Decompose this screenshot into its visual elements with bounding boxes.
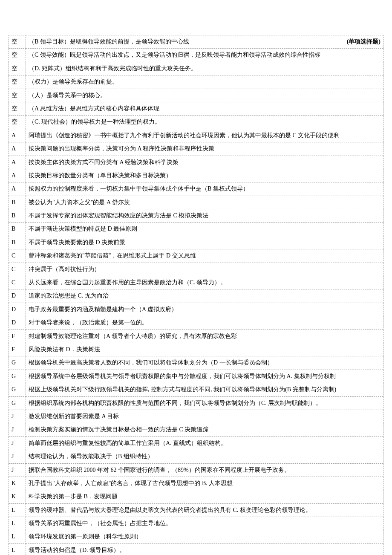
row-key: J bbox=[9, 423, 26, 436]
row-key: D bbox=[9, 289, 26, 303]
table-row: L领导活动的归宿是（D. 领导目标）。 bbox=[9, 543, 383, 555]
row-text: 孔子提出"人存政举，人亡政息"的名言，体现了古代领导思想中的 B. 人本思想 bbox=[26, 477, 383, 490]
row-text: 不属于渐进决策模型的特点是 D 最佳原则 bbox=[26, 223, 383, 236]
row-text: （D. 矩阵式）组织结构有利于高效完成临时性的重大攻关任务。 bbox=[26, 62, 383, 75]
table-row: L领导关系的两重属性中，（社会属性）占据主导地位。 bbox=[9, 517, 383, 530]
table-row: G根据领导机关中最高决策者人数的不同，我们可以将领导体制划分为（D 一长制与委员… bbox=[9, 356, 383, 370]
row-key: 空 bbox=[9, 49, 26, 62]
section-header: (单项选择题) bbox=[347, 37, 380, 46]
row-key: D bbox=[9, 316, 26, 330]
row-text: 按决策目标的数量分类有（单目标决策和多目标决策） bbox=[26, 169, 383, 182]
table-row: 空（A 思维方法）是思维方式的核心内容和具体体现 bbox=[9, 102, 383, 115]
row-text: 从长远来看，在综合国力起重要作用的主导因素是政治力和（C. 领导力）。 bbox=[26, 276, 383, 289]
table-row: 空（B 领导目标）是取得领导效能的前提，是领导效能的中心线(单项选择题) bbox=[9, 35, 383, 49]
row-key: J bbox=[9, 410, 26, 423]
table-row: G根据领导系统中各层级领导机关与领导者职责权限的集中与分散程度，我们可以将领导体… bbox=[9, 370, 383, 383]
row-key: B bbox=[9, 223, 26, 236]
row-text: 激发思维创新的首要因素是 A 目标 bbox=[26, 410, 383, 423]
row-text: 简单而低层的组织与重复性较高的简单工作宜采用（A. 直线式）组织结构。 bbox=[26, 436, 383, 450]
row-key: C bbox=[9, 276, 26, 289]
row-key: 空 bbox=[9, 89, 26, 102]
row-key: F bbox=[9, 330, 26, 343]
row-text: 对于领导者来说，（政治素质）是第一位的。 bbox=[26, 316, 383, 330]
row-key: K bbox=[9, 477, 26, 490]
row-text: （C 领导效能）既是领导活动的出发点，又是领导活动的归宿，是反映领导者能力和领导… bbox=[26, 49, 383, 62]
table-row: C从长远来看，在综合国力起重要作用的主导因素是政治力和（C. 领导力）。 bbox=[9, 276, 383, 289]
table-row: J简单而低层的组织与重复性较高的简单工作宜采用（A. 直线式）组织结构。 bbox=[9, 436, 383, 450]
table-row: 空（C 领导效能）既是领导活动的出发点，又是领导活动的归宿，是反映领导者能力和领… bbox=[9, 49, 383, 62]
row-key: 空 bbox=[9, 116, 26, 129]
row-key: D bbox=[9, 303, 26, 316]
table-row: D道家的政治思想是 C. 无为而治 bbox=[9, 289, 383, 303]
row-text: 领导环境发展的第一原则是（科学性原则） bbox=[26, 530, 383, 543]
table-row: B被公认为"人力资本之父"的是 A 舒尔茨 bbox=[9, 196, 383, 209]
row-key: A bbox=[9, 156, 26, 169]
table-row: A按决策目标的数量分类有（单目标决策和多目标决策） bbox=[9, 169, 383, 182]
row-key: J bbox=[9, 463, 26, 477]
table-row: B不属于领导决策要素的是 D 决策前景 bbox=[9, 236, 383, 249]
table-row: A按决策问题的出现概率分类，决策可分为 A 程序性决策和非程序性决策 bbox=[9, 142, 383, 156]
row-text: （权力）是领导关系存在的前提。 bbox=[26, 75, 383, 89]
question-table: 空（B 领导目标）是取得领导效能的前提，是领导效能的中心线(单项选择题)空（C … bbox=[9, 35, 383, 555]
row-text: （B 领导目标）是取得领导效能的前提，是领导效能的中心线(单项选择题) bbox=[26, 35, 383, 49]
table-row: 空（C. 现代社会）的领导权力是一种法理型的权力。 bbox=[9, 116, 383, 129]
table-row: K孔子提出"人存政举，人亡政息"的名言，体现了古代领导思想中的 B. 人本思想 bbox=[9, 477, 383, 490]
row-key: G bbox=[9, 383, 26, 396]
row-key: G bbox=[9, 396, 26, 410]
row-text: 电子政务最重要的内涵及精髓是建构一个（A 虚拟政府） bbox=[26, 303, 383, 316]
row-key: L bbox=[9, 530, 26, 543]
row-key: L bbox=[9, 503, 26, 517]
row-key: A bbox=[9, 129, 26, 142]
row-key: 空 bbox=[9, 62, 26, 75]
table-row: C曹冲称象和诸葛亮的"草船借箭"，在思维形式上属于 D 交叉思维 bbox=[9, 249, 383, 263]
table-row: J激发思维创新的首要因素是 A 目标 bbox=[9, 410, 383, 423]
row-text: 封建制领导效能理论注重对（A 领导者个人特质）的研究，具有浓厚的宗教色彩 bbox=[26, 330, 383, 343]
row-text: 风险决策法有 D．决策树法 bbox=[26, 343, 383, 356]
row-text: 冲突属于（高对抗性行为） bbox=[26, 263, 383, 276]
row-text: （A 思维方法）是思维方式的核心内容和具体体现 bbox=[26, 102, 383, 115]
row-key: B bbox=[9, 196, 26, 209]
table-row: K科学决策的第一步是 B．发现问题 bbox=[9, 490, 383, 503]
table-row: 空（权力）是领导关系存在的前提。 bbox=[9, 75, 383, 89]
row-key: G bbox=[9, 356, 26, 370]
row-text: 按决策主体的决策方式不同分类有 A 经验决策和科学决策 bbox=[26, 156, 383, 169]
table-row: B不属于发挥专家的团体宏观智能结构效应的决策方法是 C 模拟决策法 bbox=[9, 209, 383, 223]
table-row: J据联合国教科文组织 2000 年对 62 个国家进行的调查，（89%）的国家在… bbox=[9, 463, 383, 477]
row-text: 按照权力的控制程度来看，一切权力集中于领导集体或个体手中是（B 集权式领导） bbox=[26, 182, 383, 196]
row-text: 科学决策的第一步是 B．发现问题 bbox=[26, 490, 383, 503]
row-key: B bbox=[9, 236, 26, 249]
row-key: A bbox=[9, 169, 26, 182]
table-row: B不属于渐进决策模型的特点是 D 最佳原则 bbox=[9, 223, 383, 236]
table-row: F封建制领导效能理论注重对（A 领导者个人特质）的研究，具有浓厚的宗教色彩 bbox=[9, 330, 383, 343]
row-key: C bbox=[9, 263, 26, 276]
row-key: C bbox=[9, 249, 26, 263]
row-text: 被公认为"人力资本之父"的是 A 舒尔茨 bbox=[26, 196, 383, 209]
row-key: A bbox=[9, 142, 26, 156]
row-text: 曹冲称象和诸葛亮的"草船借箭"，在思维形式上属于 D 交叉思维 bbox=[26, 249, 383, 263]
row-key: 空 bbox=[9, 75, 26, 89]
table-row: A按决策主体的决策方式不同分类有 A 经验决策和科学决策 bbox=[9, 156, 383, 169]
row-text: 领导活动的归宿是（D. 领导目标）。 bbox=[26, 543, 383, 555]
table-row: L领导环境发展的第一原则是（科学性原则） bbox=[9, 530, 383, 543]
row-key: L bbox=[9, 543, 26, 555]
row-key: J bbox=[9, 436, 26, 450]
row-text: 根据领导机关中最高决策者人数的不同，我们可以将领导体制划分为（D 一长制与委员会… bbox=[26, 356, 383, 370]
row-text: （C. 现代社会）的领导权力是一种法理型的权力。 bbox=[26, 116, 383, 129]
row-content: （B 领导目标）是取得领导效能的前提，是领导效能的中心线 bbox=[29, 38, 189, 45]
row-key: 空 bbox=[9, 35, 26, 49]
row-text: 结构理论认为，领导效能取决于（B 组织特性） bbox=[26, 450, 383, 463]
table-row: C冲突属于（高对抗性行为） bbox=[9, 263, 383, 276]
row-text: 根据上级领导机关对下级行政领导机关的指挥, 控制方式与程度的不同, 我们可以将领… bbox=[26, 383, 383, 396]
row-text: 不属于发挥专家的团体宏观智能结构效应的决策方法是 C 模拟决策法 bbox=[26, 209, 383, 223]
table-row: J结构理论认为，领导效能取决于（B 组织特性） bbox=[9, 450, 383, 463]
row-key: J bbox=[9, 450, 26, 463]
table-row: 空（D. 矩阵式）组织结构有利于高效完成临时性的重大攻关任务。 bbox=[9, 62, 383, 75]
row-text: 根据组织系统内部各机构的职责权限的性质与范围的不同，我们可以将领导体制划分为（C… bbox=[26, 396, 383, 410]
table-row: G根据组织系统内部各机构的职责权限的性质与范围的不同，我们可以将领导体制划分为（… bbox=[9, 396, 383, 410]
table-row: L领导的缓冲器、替代品与放大器理论是由以史蒂文为代表的研究者提出的具有 C. 权… bbox=[9, 503, 383, 517]
row-text: 按决策问题的出现概率分类，决策可分为 A 程序性决策和非程序性决策 bbox=[26, 142, 383, 156]
row-text: 检测决策方案实施的情况于决策目标是否相一致的方法是 C 决策追踪 bbox=[26, 423, 383, 436]
row-text: 据联合国教科文组织 2000 年对 62 个国家进行的调查，（89%）的国家在不… bbox=[26, 463, 383, 477]
row-key: 空 bbox=[9, 102, 26, 115]
row-text: 不属于领导决策要素的是 D 决策前景 bbox=[26, 236, 383, 249]
